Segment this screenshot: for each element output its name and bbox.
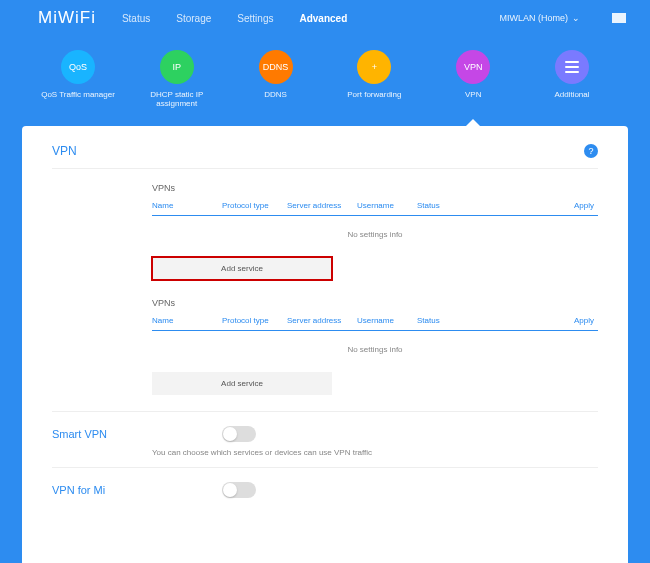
- tile-label: Additional: [554, 90, 589, 99]
- tile-ddns[interactable]: DDNS DDNS: [234, 50, 318, 108]
- col-status: Status: [417, 201, 477, 210]
- tile-qos[interactable]: QoS QoS Traffic manager: [36, 50, 120, 108]
- mail-icon[interactable]: [612, 13, 626, 23]
- smart-vpn-desc: You can choose which services or devices…: [52, 448, 598, 467]
- help-icon[interactable]: ?: [584, 144, 598, 158]
- smart-vpn-toggle[interactable]: [222, 426, 256, 442]
- tile-label: Port forwarding: [347, 90, 401, 99]
- vpn-icon: VPN: [456, 50, 490, 84]
- nav-status[interactable]: Status: [122, 13, 150, 24]
- col-username: Username: [357, 316, 417, 325]
- smart-vpn-row: Smart VPN: [52, 411, 598, 452]
- col-server: Server address: [287, 201, 357, 210]
- panel: VPN ? VPNs Name Protocol type Server add…: [22, 126, 628, 563]
- network-selector[interactable]: MIWLAN (Home) ⌄: [499, 13, 580, 23]
- menu-icon: [555, 50, 589, 84]
- col-protocol: Protocol type: [222, 201, 287, 210]
- tile-label: DHCP static IP assignment: [135, 90, 219, 108]
- section-heading: VPNs: [152, 183, 598, 201]
- tile-ip[interactable]: IP DHCP static IP assignment: [135, 50, 219, 108]
- panel-title: VPN: [52, 144, 77, 158]
- smart-vpn-title: Smart VPN: [52, 428, 132, 440]
- main-nav: Status Storage Settings Advanced: [122, 13, 347, 24]
- tile-label: QoS Traffic manager: [41, 90, 115, 99]
- table-header: Name Protocol type Server address Userna…: [152, 316, 598, 331]
- qos-icon: QoS: [61, 50, 95, 84]
- nav-settings[interactable]: Settings: [237, 13, 273, 24]
- col-name: Name: [152, 201, 222, 210]
- col-apply: Apply: [477, 316, 598, 325]
- tile-label: VPN: [465, 90, 481, 99]
- ddns-icon: DDNS: [259, 50, 293, 84]
- col-name: Name: [152, 316, 222, 325]
- empty-message: No settings info: [152, 216, 598, 257]
- col-protocol: Protocol type: [222, 316, 287, 325]
- advanced-tiles: QoS QoS Traffic manager IP DHCP static I…: [0, 36, 650, 126]
- table-header: Name Protocol type Server address Userna…: [152, 201, 598, 216]
- logo: MiWiFi: [38, 8, 96, 28]
- ip-icon: IP: [160, 50, 194, 84]
- tile-vpn[interactable]: VPN VPN: [431, 50, 515, 108]
- add-service-button[interactable]: Add service: [152, 257, 332, 280]
- nav-storage[interactable]: Storage: [176, 13, 211, 24]
- network-label: MIWLAN (Home): [499, 13, 568, 23]
- col-apply: Apply: [477, 201, 598, 210]
- vpn-for-mi-row: VPN for Mi: [52, 467, 598, 508]
- add-service-button[interactable]: Add service: [152, 372, 332, 395]
- tile-label: DDNS: [264, 90, 287, 99]
- col-username: Username: [357, 201, 417, 210]
- col-status: Status: [417, 316, 477, 325]
- section-heading: VPNs: [152, 298, 598, 316]
- vpn-for-mi-toggle[interactable]: [222, 482, 256, 498]
- empty-message: No settings info: [152, 331, 598, 372]
- chevron-down-icon: ⌄: [572, 13, 580, 23]
- plus-icon: +: [357, 50, 391, 84]
- nav-advanced[interactable]: Advanced: [299, 13, 347, 24]
- tile-additional[interactable]: Additional: [530, 50, 614, 108]
- col-server: Server address: [287, 316, 357, 325]
- vpn-for-mi-title: VPN for Mi: [52, 484, 132, 496]
- tile-port[interactable]: + Port forwarding: [332, 50, 416, 108]
- vpns-section-2: VPNs Name Protocol type Server address U…: [52, 284, 598, 399]
- vpns-section-1: VPNs Name Protocol type Server address U…: [52, 169, 598, 284]
